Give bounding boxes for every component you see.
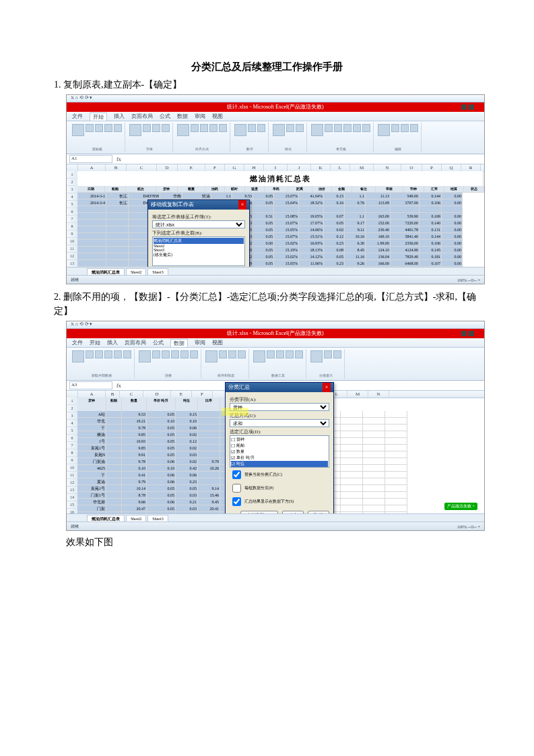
table-cell[interactable]: 41.04% bbox=[299, 193, 324, 199]
row-header[interactable]: 14 bbox=[67, 494, 77, 501]
table-cell[interactable]: 10.14 bbox=[122, 485, 147, 492]
ribbon-tab[interactable]: 插入 bbox=[107, 339, 118, 346]
empty-cell[interactable] bbox=[341, 418, 363, 424]
table-cell[interactable]: 15.05% bbox=[274, 260, 299, 267]
table-cell[interactable]: 11.13 bbox=[366, 193, 391, 199]
table-cell[interactable]: 0.05 bbox=[253, 260, 274, 267]
table-cell[interactable]: 良苑1号 bbox=[77, 445, 106, 451]
table-cell[interactable]: 0.181 bbox=[420, 253, 442, 260]
table-cell[interactable]: 15.02% bbox=[274, 240, 299, 247]
table-cell[interactable]: 15.19% bbox=[274, 247, 299, 253]
empty-cell[interactable] bbox=[341, 499, 363, 505]
table-cell[interactable]: 0.07 bbox=[324, 213, 345, 220]
ribbon-icon[interactable] bbox=[143, 124, 151, 132]
table-cell[interactable]: 0.00 bbox=[442, 226, 463, 233]
table-cell[interactable] bbox=[106, 492, 122, 499]
table-cell[interactable]: 0.02 bbox=[176, 458, 198, 465]
column-header[interactable]: E bbox=[171, 391, 192, 398]
ribbon-icon[interactable] bbox=[72, 124, 84, 136]
table-cell[interactable]: 9.85 bbox=[122, 445, 147, 451]
empty-cell[interactable] bbox=[385, 411, 407, 418]
table-cell[interactable]: 华北 bbox=[77, 418, 106, 424]
ribbon-icon[interactable] bbox=[324, 350, 332, 358]
table-cell[interactable] bbox=[77, 213, 106, 220]
ribbon-tab[interactable]: 审阅 bbox=[195, 113, 205, 120]
table-cell[interactable]: 9.11 bbox=[345, 226, 366, 233]
sheet-tab[interactable]: 燃油消耗汇总表 bbox=[87, 268, 125, 276]
checklist-item[interactable]: ☐货种 bbox=[231, 437, 328, 443]
row-header[interactable]: 4 bbox=[67, 420, 77, 427]
ribbon-icon[interactable] bbox=[139, 350, 151, 363]
ribbon-icon[interactable] bbox=[311, 124, 323, 136]
ribbon-tab[interactable]: 视图 bbox=[212, 113, 223, 120]
empty-cell[interactable] bbox=[341, 492, 363, 499]
table-cell[interactable]: 1号 bbox=[77, 438, 106, 445]
list-item[interactable]: 燃油消耗汇总表 bbox=[154, 238, 244, 244]
empty-cell[interactable] bbox=[385, 499, 407, 505]
table-cell[interactable]: 干 bbox=[77, 424, 106, 431]
table-cell[interactable]: 163.00 bbox=[366, 213, 391, 220]
pagebreak-checkbox[interactable] bbox=[232, 484, 241, 493]
table-cell[interactable] bbox=[345, 206, 366, 213]
table-cell[interactable]: 9.26 bbox=[345, 260, 366, 267]
ribbon-icon[interactable] bbox=[129, 124, 141, 136]
table-cell[interactable]: 15.07% bbox=[274, 193, 299, 199]
empty-cell[interactable] bbox=[341, 505, 363, 512]
table-cell[interactable] bbox=[106, 485, 122, 492]
ribbon-icon[interactable] bbox=[219, 124, 227, 132]
empty-cell[interactable] bbox=[363, 418, 385, 424]
checklist-item[interactable]: ☑单价 吨/升 bbox=[231, 455, 328, 461]
ribbon-tab[interactable]: 文件 bbox=[72, 339, 83, 346]
table-cell[interactable]: 0.23 bbox=[324, 260, 345, 267]
table-cell[interactable]: 17.07% bbox=[299, 220, 324, 226]
table-cell[interactable] bbox=[324, 206, 345, 213]
table-cell[interactable] bbox=[198, 472, 220, 478]
empty-cell[interactable] bbox=[363, 485, 385, 492]
table-cell[interactable]: 0.03 bbox=[176, 492, 198, 499]
ribbon-icon[interactable] bbox=[296, 124, 304, 132]
table-cell[interactable]: 19.21 bbox=[122, 418, 147, 424]
table-cell[interactable]: 8.45 bbox=[345, 247, 366, 253]
ribbon-icon[interactable] bbox=[86, 350, 94, 358]
table-cell[interactable] bbox=[106, 431, 122, 438]
table-cell[interactable] bbox=[106, 213, 129, 220]
table-cell[interactable] bbox=[106, 438, 122, 445]
ribbon-icon[interactable] bbox=[190, 350, 198, 358]
table-cell[interactable]: 10.93 bbox=[122, 438, 147, 445]
row-header[interactable]: 3 bbox=[67, 412, 77, 420]
column-header[interactable]: P bbox=[422, 164, 442, 171]
table-cell[interactable]: 1.99.00 bbox=[366, 240, 391, 247]
table-cell[interactable]: 0.144 bbox=[420, 193, 442, 199]
empty-cell[interactable] bbox=[363, 478, 385, 485]
row-header[interactable]: 7 bbox=[67, 216, 77, 223]
row-header[interactable]: 15 bbox=[67, 501, 77, 509]
ribbon-icon[interactable] bbox=[334, 124, 342, 132]
table-cell[interactable]: 15.05% bbox=[274, 226, 299, 233]
column-header[interactable]: A bbox=[78, 164, 106, 171]
empty-cell[interactable] bbox=[363, 465, 385, 472]
table-cell[interactable]: 0.140 bbox=[420, 220, 442, 226]
ribbon-icon[interactable] bbox=[410, 124, 418, 132]
empty-cell[interactable] bbox=[341, 458, 363, 465]
table-cell[interactable] bbox=[77, 226, 106, 233]
table-cell[interactable] bbox=[77, 220, 106, 226]
table-cell[interactable]: 0.10 bbox=[147, 465, 176, 472]
empty-cell[interactable] bbox=[385, 485, 407, 492]
ribbon-icon[interactable] bbox=[325, 124, 333, 132]
ribbon-tab[interactable]: 开始 bbox=[90, 339, 100, 346]
checklist-item[interactable]: ☑比率 bbox=[231, 467, 328, 468]
column-header[interactable]: J bbox=[288, 164, 311, 171]
table-cell[interactable]: 9.53 bbox=[122, 411, 147, 418]
table-cell[interactable] bbox=[106, 505, 122, 512]
table-cell[interactable]: 0.05 bbox=[147, 445, 176, 451]
table-cell[interactable] bbox=[198, 478, 220, 485]
row-header[interactable]: 11 bbox=[67, 472, 77, 479]
table-cell[interactable] bbox=[106, 206, 129, 213]
table-cell[interactable]: 4491.78 bbox=[391, 226, 420, 233]
row-header[interactable]: 12 bbox=[67, 253, 77, 260]
table-cell[interactable]: 2356.00 bbox=[391, 240, 420, 247]
table-cell[interactable]: 0.05 bbox=[147, 431, 176, 438]
close-icon-2[interactable]: × bbox=[323, 383, 331, 392]
table-cell[interactable]: 0.06 bbox=[147, 478, 176, 485]
row-header[interactable]: 3 bbox=[67, 186, 77, 193]
